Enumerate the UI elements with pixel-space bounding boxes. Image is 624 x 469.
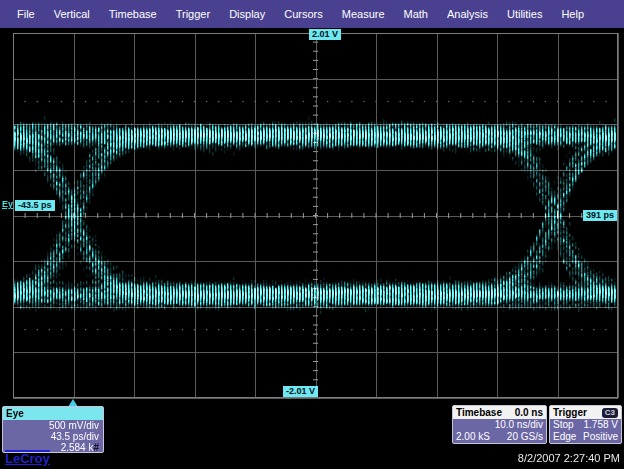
eye-sweep-unit: # bbox=[93, 442, 99, 453]
timebase-title: Timebase bbox=[456, 406, 502, 419]
trigger-type-row: Edge Positive bbox=[550, 431, 621, 443]
trigger-mode: Stop bbox=[553, 419, 574, 431]
eye-trace-descriptor[interactable]: Eye 500 mV/div 43.5 ps/div 2.584 k# bbox=[2, 406, 104, 453]
timebase-scale-row: 10.0 ns/div bbox=[453, 419, 546, 431]
cursor-badge-right-time[interactable]: 391 ps bbox=[583, 210, 617, 221]
trace-label-eye[interactable]: Ey bbox=[2, 199, 13, 209]
datetime-stamp: 8/2/2007 2:27:40 PM bbox=[518, 452, 620, 464]
cursor-badge-bottom-voltage[interactable]: -2.01 V bbox=[283, 386, 318, 397]
timebase-header: Timebase 0.0 ns bbox=[453, 406, 546, 419]
trigger-mode-row: Stop 1.758 V bbox=[550, 419, 621, 431]
timebase-offset: 0.0 ns bbox=[515, 406, 543, 419]
timebase-sampling-row: 2.00 kS 20 GS/s bbox=[453, 431, 546, 443]
menu-cursors[interactable]: Cursors bbox=[275, 8, 333, 20]
menu-timebase[interactable]: Timebase bbox=[100, 8, 167, 20]
cursor-badge-top-voltage[interactable]: 2.01 V bbox=[309, 29, 341, 40]
menu-bar: File Vertical Timebase Trigger Display C… bbox=[0, 0, 624, 28]
timebase-sample-rate: 20 GS/s bbox=[507, 431, 543, 443]
trigger-source-icon: C3 bbox=[602, 408, 618, 418]
eye-descriptor-title: Eye bbox=[3, 407, 103, 420]
menu-display[interactable]: Display bbox=[220, 8, 275, 20]
oscilloscope-screen: File Vertical Timebase Trigger Display C… bbox=[0, 0, 624, 469]
menu-file[interactable]: File bbox=[8, 8, 45, 20]
menu-utilities[interactable]: Utilities bbox=[498, 8, 552, 20]
eye-horizontal-scale: 43.5 ps/div bbox=[3, 431, 103, 442]
trigger-title: Trigger bbox=[553, 406, 587, 419]
cursor-badge-left-time[interactable]: -43.5 ps bbox=[15, 200, 55, 211]
trigger-slope: Positive bbox=[583, 431, 618, 443]
menu-help[interactable]: Help bbox=[552, 8, 594, 20]
trigger-descriptor[interactable]: Trigger C3 Stop 1.758 V Edge Positive bbox=[549, 405, 622, 444]
lecroy-logo: LeCroy bbox=[5, 450, 50, 466]
eye-sweep-value: 2.584 k bbox=[61, 442, 94, 453]
timebase-scale: 10.0 ns/div bbox=[495, 419, 543, 431]
timebase-descriptor[interactable]: Timebase 0.0 ns 10.0 ns/div 2.00 kS 20 G… bbox=[452, 405, 547, 444]
menu-analysis[interactable]: Analysis bbox=[438, 8, 498, 20]
menu-measure[interactable]: Measure bbox=[333, 8, 395, 20]
trigger-level: 1.758 V bbox=[584, 419, 618, 431]
menu-trigger[interactable]: Trigger bbox=[167, 8, 220, 20]
menu-math[interactable]: Math bbox=[395, 8, 438, 20]
menu-vertical[interactable]: Vertical bbox=[45, 8, 100, 20]
trigger-type: Edge bbox=[553, 431, 576, 443]
timebase-samples: 2.00 kS bbox=[456, 431, 490, 443]
waveform-canvas bbox=[0, 0, 624, 469]
eye-vertical-scale: 500 mV/div bbox=[3, 420, 103, 431]
trigger-header: Trigger C3 bbox=[550, 406, 621, 419]
